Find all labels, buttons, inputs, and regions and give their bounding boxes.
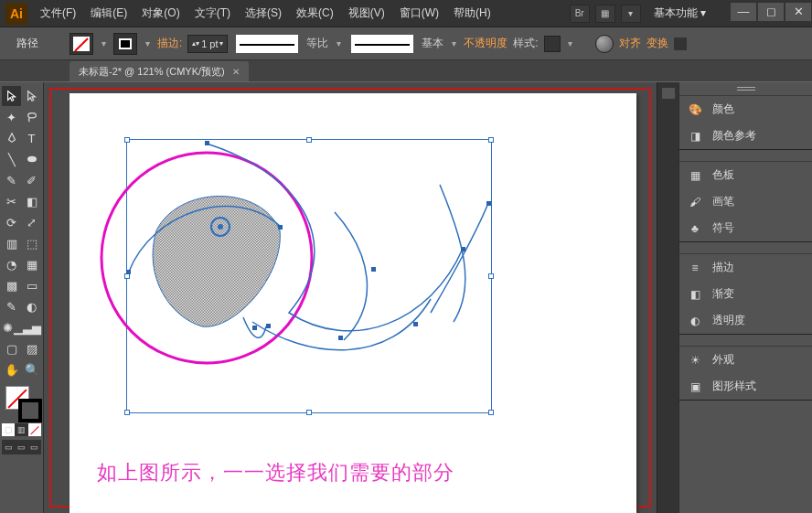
stroke-swatch-dropdown-icon[interactable]: ▾ <box>143 38 152 48</box>
panel-graphic-styles[interactable]: ▣图形样式 <box>679 373 812 400</box>
anchor-point[interactable] <box>371 267 376 272</box>
dd1-icon[interactable]: ▾ <box>334 38 343 48</box>
gradient-tool[interactable]: ▭ <box>22 275 41 295</box>
close-tab-icon[interactable]: ✕ <box>232 67 240 77</box>
dd2-icon[interactable]: ▾ <box>449 38 458 48</box>
panel-stroke[interactable]: ≡描边 <box>679 254 812 281</box>
perspective-tool[interactable]: ▦ <box>22 254 41 274</box>
artboard[interactable]: 如上图所示，一一选择我们需要的部分 <box>69 93 636 513</box>
transform-label[interactable]: 变换 <box>646 36 668 51</box>
menu-help[interactable]: 帮助(H) <box>448 2 497 25</box>
opacity-label[interactable]: 不透明度 <box>464 36 508 51</box>
slice-tool[interactable]: ▨ <box>22 338 41 358</box>
arrange-dropdown-icon[interactable]: ▾ <box>621 5 641 23</box>
eraser-tool[interactable]: ◧ <box>22 191 41 211</box>
rotate-tool[interactable]: ⟳ <box>2 212 21 232</box>
title-bar: Ai 文件(F) 编辑(E) 对象(O) 文字(T) 选择(S) 效果(C) 视… <box>0 0 812 27</box>
selection-tool[interactable] <box>2 86 21 106</box>
draw-normal-icon[interactable]: ▭ <box>2 440 15 454</box>
anchor-point[interactable] <box>413 322 418 326</box>
eyedropper-tool[interactable]: ✎ <box>2 296 21 316</box>
artboard-tool[interactable]: ▢ <box>2 338 21 358</box>
panel-gradient[interactable]: ◧渐变 <box>679 281 812 307</box>
blob-brush-tool[interactable]: ✂ <box>2 191 21 211</box>
workspace-switcher[interactable]: 基本功能 ▾ <box>646 3 724 24</box>
stroke-swatch[interactable] <box>113 33 137 55</box>
panel-appearance[interactable]: ☀外观 <box>679 347 812 373</box>
menu-edit[interactable]: 编辑(E) <box>85 2 133 25</box>
dd3-icon[interactable]: ▾ <box>566 38 575 48</box>
panel-brushes[interactable]: 🖌画笔 <box>679 188 812 215</box>
line-tool[interactable]: ╲ <box>2 149 21 169</box>
menu-effect[interactable]: 效果(C) <box>291 2 339 25</box>
document-tab-label: 未标题-2* @ 121% (CMYK/预览) <box>79 65 225 79</box>
shape-builder-tool[interactable]: ◔ <box>2 254 21 274</box>
zoom-tool[interactable]: 🔍 <box>22 359 41 379</box>
document-tab[interactable]: 未标题-2* @ 121% (CMYK/预览) ✕ <box>69 61 249 81</box>
close-button[interactable]: ✕ <box>785 2 812 22</box>
draw-behind-icon[interactable]: ▭ <box>15 440 27 454</box>
menu-object[interactable]: 对象(O) <box>136 2 185 25</box>
fill-stroke-control[interactable] <box>2 384 41 421</box>
stroke-style-dropdown[interactable] <box>235 34 299 54</box>
canvas-area[interactable]: 如上图所示，一一选择我们需要的部分 <box>44 82 657 513</box>
paintbrush-tool[interactable]: ✎ <box>2 170 21 190</box>
lasso-tool[interactable] <box>22 107 41 127</box>
stroke-label[interactable]: 描边: <box>157 36 182 51</box>
symbol-sprayer-tool[interactable]: ✺ <box>2 317 13 337</box>
recolor-icon[interactable] <box>595 35 614 53</box>
arrange-docs-icon[interactable]: ▦ <box>595 5 615 23</box>
collapse-toggle-icon[interactable] <box>662 88 675 99</box>
dock-collapse-icon[interactable] <box>679 82 812 95</box>
style-swatch[interactable] <box>544 36 561 52</box>
pencil-tool[interactable]: ✐ <box>22 170 41 190</box>
magic-wand-tool[interactable]: ✦ <box>2 107 21 127</box>
menu-type[interactable]: 文字(T) <box>189 2 236 25</box>
anchor-point[interactable] <box>278 225 283 230</box>
mesh-tool[interactable]: ▩ <box>2 275 21 295</box>
panel-swatches[interactable]: ▦色板 <box>679 162 812 188</box>
pen-tool[interactable] <box>2 128 21 148</box>
panel-color[interactable]: 🎨颜色 <box>679 96 812 123</box>
menu-file[interactable]: 文件(F) <box>35 2 81 25</box>
app-logo-icon: Ai <box>5 3 27 25</box>
menu-select[interactable]: 选择(S) <box>240 2 287 25</box>
scale-tool[interactable]: ⤢ <box>22 212 41 232</box>
menu-view[interactable]: 视图(V) <box>343 2 390 25</box>
anchor-point[interactable] <box>205 141 209 145</box>
stroke-weight-field[interactable]: ▴▾1 pt▾ <box>187 35 228 53</box>
stroke-color-icon[interactable] <box>18 399 42 422</box>
menu-window[interactable]: 窗口(W) <box>394 2 444 25</box>
ellipse-tool[interactable] <box>22 149 41 169</box>
panel-color-guide[interactable]: ◨颜色参考 <box>679 123 812 149</box>
fill-swatch[interactable] <box>69 33 93 55</box>
anchor-point[interactable] <box>252 326 257 330</box>
anchor-point[interactable] <box>486 201 491 206</box>
maximize-button[interactable]: ◻ <box>757 2 785 22</box>
gradient-mode-icon[interactable]: ▥ <box>15 423 27 436</box>
hand-tool[interactable]: ✋ <box>2 359 21 379</box>
direct-selection-tool[interactable] <box>22 86 41 106</box>
controlbar-end-icon[interactable] <box>674 37 687 50</box>
align-label[interactable]: 对齐 <box>619 36 641 51</box>
color-mode-icon[interactable]: ▢ <box>2 423 15 436</box>
panel-transparency[interactable]: ◐透明度 <box>679 307 812 334</box>
anchor-point[interactable] <box>338 336 343 340</box>
blend-tool[interactable]: ◐ <box>22 296 41 316</box>
none-mode-icon[interactable] <box>28 423 41 436</box>
type-tool[interactable]: T <box>22 128 41 148</box>
free-transform-tool[interactable]: ⬚ <box>22 233 41 253</box>
anchor-point[interactable] <box>266 324 271 328</box>
draw-inside-icon[interactable]: ▭ <box>28 440 41 454</box>
window-controls: ― ◻ ✕ <box>730 5 812 22</box>
graph-tool[interactable]: ▁▃▅ <box>14 317 41 337</box>
fill-dropdown-icon[interactable]: ▾ <box>99 38 108 48</box>
bridge-icon[interactable]: Br <box>570 5 590 23</box>
anchor-point[interactable] <box>126 270 131 274</box>
width-profile-dropdown[interactable] <box>350 34 414 54</box>
gstyle-icon: ▣ <box>687 379 703 395</box>
width-tool[interactable]: ▥ <box>2 233 21 253</box>
anchor-point[interactable] <box>461 247 465 251</box>
panel-symbols[interactable]: ♣符号 <box>679 215 812 241</box>
minimize-button[interactable]: ― <box>730 2 757 22</box>
